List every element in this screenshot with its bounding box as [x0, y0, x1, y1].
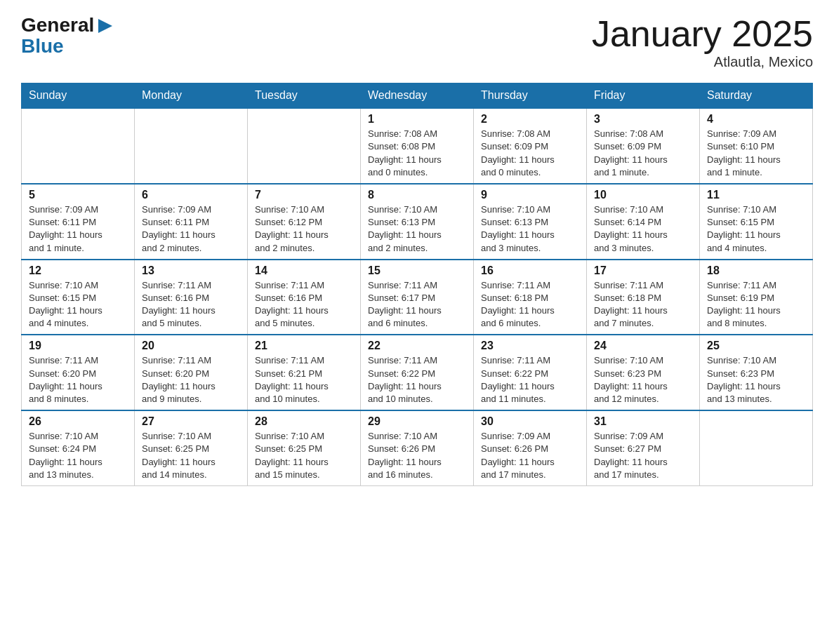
- day-number: 16: [481, 264, 579, 277]
- calendar-cell: 8Sunrise: 7:10 AM Sunset: 6:13 PM Daylig…: [361, 184, 474, 260]
- calendar-cell: 18Sunrise: 7:11 AM Sunset: 6:19 PM Dayli…: [700, 260, 813, 335]
- day-number: 11: [707, 189, 805, 201]
- day-number: 28: [255, 415, 353, 428]
- day-number: 4: [707, 113, 805, 126]
- day-number: 15: [368, 264, 466, 277]
- calendar-cell: 28Sunrise: 7:10 AM Sunset: 6:25 PM Dayli…: [248, 410, 361, 485]
- day-header-tuesday: Tuesday: [248, 83, 361, 109]
- calendar-cell: 7Sunrise: 7:10 AM Sunset: 6:12 PM Daylig…: [248, 184, 361, 260]
- day-info: Sunrise: 7:10 AM Sunset: 6:14 PM Dayligh…: [594, 203, 692, 255]
- day-info: Sunrise: 7:08 AM Sunset: 6:09 PM Dayligh…: [594, 128, 692, 179]
- day-info: Sunrise: 7:10 AM Sunset: 6:15 PM Dayligh…: [707, 203, 805, 255]
- day-number: 23: [481, 340, 579, 352]
- logo-general-text: General: [21, 14, 94, 36]
- calendar-cell: 24Sunrise: 7:10 AM Sunset: 6:23 PM Dayli…: [587, 335, 700, 410]
- day-number: 10: [594, 189, 692, 201]
- calendar-title: January 2025: [592, 14, 813, 54]
- day-number: 19: [29, 340, 127, 352]
- calendar-cell: [135, 108, 248, 184]
- title-section: January 2025 Atlautla, Mexico: [592, 14, 813, 70]
- day-number: 7: [255, 189, 353, 201]
- calendar-cell: [248, 108, 361, 184]
- day-number: 18: [707, 264, 805, 277]
- calendar-table: SundayMondayTuesdayWednesdayThursdayFrid…: [21, 83, 813, 486]
- calendar-cell: 19Sunrise: 7:11 AM Sunset: 6:20 PM Dayli…: [22, 335, 135, 410]
- calendar-cell: 29Sunrise: 7:10 AM Sunset: 6:26 PM Dayli…: [361, 410, 474, 485]
- calendar-cell: 9Sunrise: 7:10 AM Sunset: 6:13 PM Daylig…: [474, 184, 587, 260]
- day-info: Sunrise: 7:10 AM Sunset: 6:23 PM Dayligh…: [707, 354, 805, 405]
- day-info: Sunrise: 7:11 AM Sunset: 6:16 PM Dayligh…: [255, 279, 353, 330]
- day-info: Sunrise: 7:10 AM Sunset: 6:25 PM Dayligh…: [255, 430, 353, 481]
- calendar-cell: 16Sunrise: 7:11 AM Sunset: 6:18 PM Dayli…: [474, 260, 587, 335]
- day-number: 13: [142, 264, 240, 277]
- week-row-2: 5Sunrise: 7:09 AM Sunset: 6:11 PM Daylig…: [22, 184, 813, 260]
- calendar-cell: 13Sunrise: 7:11 AM Sunset: 6:16 PM Dayli…: [135, 260, 248, 335]
- day-info: Sunrise: 7:11 AM Sunset: 6:22 PM Dayligh…: [368, 354, 466, 405]
- day-number: 20: [142, 340, 240, 352]
- day-header-sunday: Sunday: [22, 83, 135, 109]
- calendar-cell: 12Sunrise: 7:10 AM Sunset: 6:15 PM Dayli…: [22, 260, 135, 335]
- day-info: Sunrise: 7:10 AM Sunset: 6:15 PM Dayligh…: [29, 279, 127, 330]
- calendar-cell: 31Sunrise: 7:09 AM Sunset: 6:27 PM Dayli…: [587, 410, 700, 485]
- day-number: 27: [142, 415, 240, 428]
- logo-blue-text: Blue: [21, 36, 64, 56]
- day-number: 1: [368, 113, 466, 126]
- day-number: 5: [29, 189, 127, 201]
- day-info: Sunrise: 7:08 AM Sunset: 6:09 PM Dayligh…: [481, 128, 579, 179]
- day-header-monday: Monday: [135, 83, 248, 109]
- day-info: Sunrise: 7:11 AM Sunset: 6:22 PM Dayligh…: [481, 354, 579, 405]
- day-number: 9: [481, 189, 579, 201]
- day-header-wednesday: Wednesday: [361, 83, 474, 109]
- day-info: Sunrise: 7:10 AM Sunset: 6:23 PM Dayligh…: [594, 354, 692, 405]
- calendar-cell: 22Sunrise: 7:11 AM Sunset: 6:22 PM Dayli…: [361, 335, 474, 410]
- day-info: Sunrise: 7:09 AM Sunset: 6:27 PM Dayligh…: [594, 430, 692, 481]
- calendar-cell: 17Sunrise: 7:11 AM Sunset: 6:18 PM Dayli…: [587, 260, 700, 335]
- day-info: Sunrise: 7:11 AM Sunset: 6:18 PM Dayligh…: [594, 279, 692, 330]
- week-row-1: 1Sunrise: 7:08 AM Sunset: 6:08 PM Daylig…: [22, 108, 813, 184]
- day-info: Sunrise: 7:11 AM Sunset: 6:18 PM Dayligh…: [481, 279, 579, 330]
- day-number: 25: [707, 340, 805, 352]
- calendar-cell: 6Sunrise: 7:09 AM Sunset: 6:11 PM Daylig…: [135, 184, 248, 260]
- calendar-cell: 15Sunrise: 7:11 AM Sunset: 6:17 PM Dayli…: [361, 260, 474, 335]
- day-info: Sunrise: 7:11 AM Sunset: 6:20 PM Dayligh…: [29, 354, 127, 405]
- calendar-cell: 14Sunrise: 7:11 AM Sunset: 6:16 PM Dayli…: [248, 260, 361, 335]
- day-info: Sunrise: 7:10 AM Sunset: 6:13 PM Dayligh…: [368, 203, 466, 255]
- calendar-cell: 11Sunrise: 7:10 AM Sunset: 6:15 PM Dayli…: [700, 184, 813, 260]
- day-info: Sunrise: 7:10 AM Sunset: 6:13 PM Dayligh…: [481, 203, 579, 255]
- day-info: Sunrise: 7:08 AM Sunset: 6:08 PM Dayligh…: [368, 128, 466, 179]
- calendar-cell: 3Sunrise: 7:08 AM Sunset: 6:09 PM Daylig…: [587, 108, 700, 184]
- logo-triangle-icon: [95, 16, 115, 36]
- day-number: 30: [481, 415, 579, 428]
- day-number: 3: [594, 113, 692, 126]
- logo: General Blue: [21, 14, 115, 56]
- day-info: Sunrise: 7:09 AM Sunset: 6:11 PM Dayligh…: [142, 203, 240, 255]
- day-number: 17: [594, 264, 692, 277]
- day-info: Sunrise: 7:10 AM Sunset: 6:25 PM Dayligh…: [142, 430, 240, 481]
- calendar-cell: [22, 108, 135, 184]
- day-number: 24: [594, 340, 692, 352]
- calendar-header-row: SundayMondayTuesdayWednesdayThursdayFrid…: [22, 83, 813, 109]
- calendar-cell: 5Sunrise: 7:09 AM Sunset: 6:11 PM Daylig…: [22, 184, 135, 260]
- calendar-cell: 10Sunrise: 7:10 AM Sunset: 6:14 PM Dayli…: [587, 184, 700, 260]
- day-number: 22: [368, 340, 466, 352]
- week-row-4: 19Sunrise: 7:11 AM Sunset: 6:20 PM Dayli…: [22, 335, 813, 410]
- day-number: 2: [481, 113, 579, 126]
- day-info: Sunrise: 7:10 AM Sunset: 6:24 PM Dayligh…: [29, 430, 127, 481]
- page-header: General Blue January 2025 Atlautla, Mexi…: [21, 14, 813, 70]
- svg-marker-0: [98, 19, 112, 33]
- calendar-cell: 30Sunrise: 7:09 AM Sunset: 6:26 PM Dayli…: [474, 410, 587, 485]
- day-info: Sunrise: 7:09 AM Sunset: 6:10 PM Dayligh…: [707, 128, 805, 179]
- day-number: 14: [255, 264, 353, 277]
- calendar-location: Atlautla, Mexico: [592, 54, 813, 70]
- calendar-cell: 26Sunrise: 7:10 AM Sunset: 6:24 PM Dayli…: [22, 410, 135, 485]
- calendar-cell: 20Sunrise: 7:11 AM Sunset: 6:20 PM Dayli…: [135, 335, 248, 410]
- calendar-cell: 27Sunrise: 7:10 AM Sunset: 6:25 PM Dayli…: [135, 410, 248, 485]
- day-number: 8: [368, 189, 466, 201]
- day-info: Sunrise: 7:11 AM Sunset: 6:19 PM Dayligh…: [707, 279, 805, 330]
- day-header-thursday: Thursday: [474, 83, 587, 109]
- day-header-saturday: Saturday: [700, 83, 813, 109]
- day-info: Sunrise: 7:10 AM Sunset: 6:12 PM Dayligh…: [255, 203, 353, 255]
- day-number: 26: [29, 415, 127, 428]
- day-number: 21: [255, 340, 353, 352]
- day-info: Sunrise: 7:11 AM Sunset: 6:20 PM Dayligh…: [142, 354, 240, 405]
